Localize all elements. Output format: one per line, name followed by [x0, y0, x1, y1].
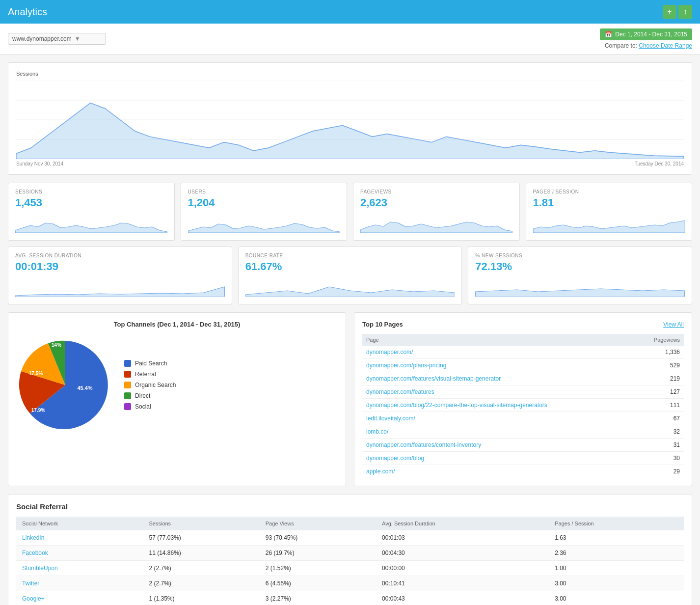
table-row: dynomapper.com/features/visual-sitemap-g… [362, 372, 684, 385]
pie-chart-section: Top Channels (Dec 1, 2014 - Dec 31, 2015… [8, 312, 346, 486]
url-selector[interactable]: www.dynomapper.com ▼ [8, 33, 106, 45]
page-views-count: 29 [635, 465, 684, 478]
page-url[interactable]: dynomapper.com/features/visual-sitemap-g… [362, 372, 635, 385]
legend-color-organic [124, 382, 131, 388]
pie-content: 45.4% 17.9% 17.5% 14% Paid Search Referr… [16, 336, 338, 434]
social-network-name[interactable]: LinkedIn [16, 530, 143, 546]
page-views-count: 67 [635, 412, 684, 425]
social-sessions: 1 (1.35%) [143, 591, 259, 605]
legend-label-direct: Direct [135, 392, 150, 399]
social-pages-session: 1.00 [549, 561, 684, 576]
legend-label-organic: Organic Search [135, 382, 176, 388]
add-button[interactable]: + [663, 5, 676, 19]
metric-sessions-value: 1,453 [15, 196, 167, 209]
upload-button[interactable]: ↑ [678, 5, 692, 19]
header-actions: + ↑ [663, 5, 692, 19]
pie-label-organic: 17.5% [29, 371, 43, 376]
metric-sessions-label: SESSIONS [15, 189, 167, 194]
sessions-chart-container: Sessions Sunday Nov 30, 2014 Tuesday Dec… [8, 62, 692, 175]
social-page-views: 2 (1.52%) [260, 561, 376, 576]
metric-pages-session-label: PAGES / SESSION [533, 189, 685, 194]
users-sparkline [188, 213, 340, 233]
social-avg-duration: 00:01:03 [376, 530, 549, 546]
page-url[interactable]: dynomapper.com/plans-pricing [362, 359, 635, 372]
list-item: Twitter 2 (2.7%) 6 (4.55%) 00:10:41 3.00 [16, 576, 684, 591]
table-row: apple.com/29 [362, 465, 684, 478]
social-referral-section: Social Referral Social Network Sessions … [8, 494, 692, 605]
date-range-area: 📅 Dec 1, 2014 - Dec 31, 2015 Compare to:… [600, 28, 692, 49]
metric-bounce-rate-label: BOUNCE RATE [245, 253, 455, 258]
metric-bounce-rate-value: 61.67% [245, 260, 455, 273]
legend-referral: Referral [124, 371, 176, 378]
view-all-link[interactable]: View All [663, 321, 684, 328]
social-sessions: 2 (2.7%) [143, 576, 259, 591]
top-pages-header-row: Page Pageviews [362, 334, 684, 346]
social-avg-duration: 00:04:30 [376, 546, 549, 561]
social-header-row: Social Network Sessions Page Views Avg. … [16, 517, 684, 530]
avg-session-sparkline [15, 277, 225, 297]
list-item: Google+ 1 (1.35%) 3 (2.27%) 00:00:43 3.0… [16, 591, 684, 605]
col-network: Social Network [16, 517, 143, 530]
social-page-views: 3 (2.27%) [260, 591, 376, 605]
list-item: LinkedIn 57 (77.03%) 93 (70.45%) 00:01:0… [16, 530, 684, 546]
legend-color-paid [124, 360, 131, 367]
social-pages-session: 3.00 [549, 576, 684, 591]
social-sessions: 2 (2.7%) [143, 561, 259, 576]
social-page-views: 93 (70.45%) [260, 530, 376, 546]
page-url[interactable]: lomb.co/ [362, 425, 635, 439]
legend-label-paid: Paid Search [135, 360, 167, 367]
legend-color-referral [124, 371, 131, 378]
page-url[interactable]: dynomapper.com/blog/22-compare-the-top-v… [362, 399, 635, 412]
sessions-chart-label: Sessions [16, 71, 684, 77]
page-url[interactable]: dynomapper.com/blog [362, 452, 635, 465]
metric-users-label: USERS [188, 189, 340, 194]
date-range-label: Dec 1, 2014 - Dec 31, 2015 [615, 31, 687, 38]
compare-to-area: Compare to: Choose Date Range [600, 42, 692, 49]
pie-chart-svg: 45.4% 17.9% 17.5% 14% [16, 336, 114, 434]
page-url[interactable]: dynomapper.com/features [362, 385, 635, 399]
table-row: dynomapper.com/plans-pricing529 [362, 359, 684, 372]
page-views-count: 1,336 [635, 346, 684, 359]
page-url[interactable]: iedit.iloveitaly.com/ [362, 412, 635, 425]
page-views-count: 31 [635, 439, 684, 452]
date-range-button[interactable]: 📅 Dec 1, 2014 - Dec 31, 2015 [600, 28, 692, 40]
metric-cards-row2: AVG. SESSION DURATION 00:01:39 BOUNCE RA… [8, 247, 692, 304]
chart-date-end: Tuesday Dec 30, 2014 [635, 161, 684, 166]
social-network-name[interactable]: StumbleUpon [16, 561, 143, 576]
page-views-count: 32 [635, 425, 684, 439]
pages-session-sparkline [533, 213, 685, 233]
url-value: www.dynomapper.com [12, 35, 72, 42]
page-url[interactable]: dynomapper.com/features/content-inventor… [362, 439, 635, 452]
social-pages-session: 2.36 [549, 546, 684, 561]
social-pages-session: 1.63 [549, 530, 684, 546]
social-network-name[interactable]: Facebook [16, 546, 143, 561]
page-views-count: 30 [635, 452, 684, 465]
header: Analytics + ↑ [0, 0, 700, 24]
legend-label-social: Social [135, 403, 151, 410]
choose-date-link[interactable]: Choose Date Range [639, 42, 692, 49]
list-item: Facebook 11 (14.86%) 26 (19.7%) 00:04:30… [16, 546, 684, 561]
metric-pages-session-value: 1.81 [533, 196, 685, 209]
pageviews-sparkline [360, 213, 512, 233]
table-row: dynomapper.com/blog30 [362, 452, 684, 465]
metric-avg-session-value: 00:01:39 [15, 260, 225, 273]
top-pages-header: Top 10 Pages View All [362, 321, 684, 328]
legend-organic-search: Organic Search [124, 382, 176, 388]
table-row: dynomapper.com/blog/22-compare-the-top-v… [362, 399, 684, 412]
page-url[interactable]: apple.com/ [362, 465, 635, 478]
page-views-count: 219 [635, 372, 684, 385]
metric-avg-session: AVG. SESSION DURATION 00:01:39 [8, 247, 232, 304]
social-referral-table: Social Network Sessions Page Views Avg. … [16, 517, 684, 605]
new-sessions-sparkline [475, 277, 685, 297]
col-page-views: Page Views [260, 517, 376, 530]
table-row: lomb.co/32 [362, 425, 684, 439]
col-avg-duration: Avg. Session Duration [376, 517, 549, 530]
social-network-name[interactable]: Google+ [16, 591, 143, 605]
col-sessions: Sessions [143, 517, 259, 530]
page-views-count: 111 [635, 399, 684, 412]
metric-pageviews: PAGEVIEWS 2,623 [353, 183, 520, 241]
metric-avg-session-label: AVG. SESSION DURATION [15, 253, 225, 258]
social-network-name[interactable]: Twitter [16, 576, 143, 591]
page-url[interactable]: dynomapper.com/ [362, 346, 635, 359]
legend-direct: Direct [124, 392, 176, 399]
